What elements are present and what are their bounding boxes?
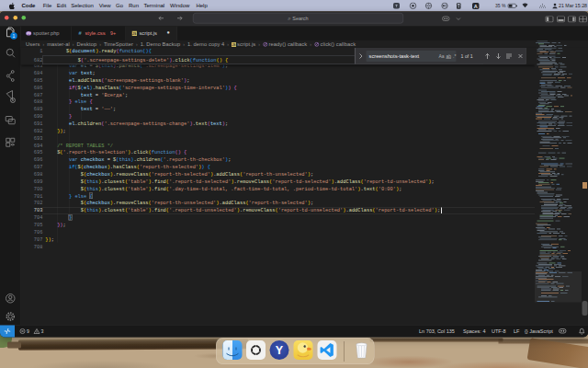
svg-text:35 %: 35 % (495, 3, 506, 8)
svg-text:3: 3 (41, 328, 44, 334)
svg-text:A: A (474, 4, 478, 9)
svg-text:21 Mar 15:28: 21 Mar 15:28 (559, 3, 587, 8)
svg-text:9: 9 (27, 328, 29, 334)
